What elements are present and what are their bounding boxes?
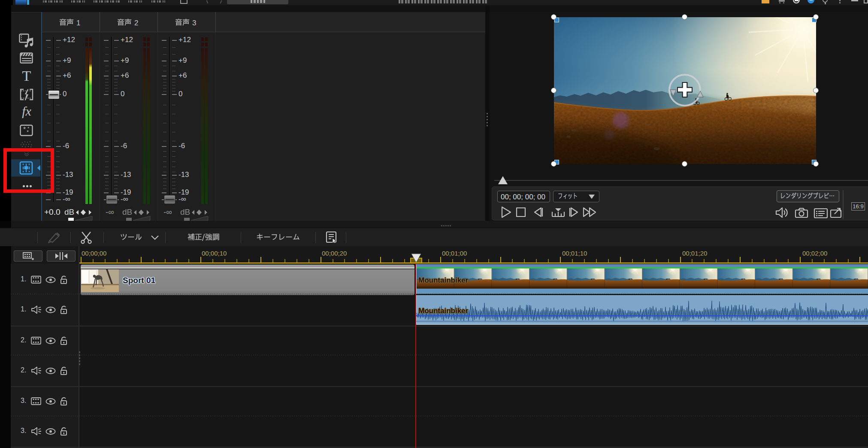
svg-text:*: * bbox=[23, 126, 26, 133]
svg-text:*: * bbox=[27, 126, 30, 131]
